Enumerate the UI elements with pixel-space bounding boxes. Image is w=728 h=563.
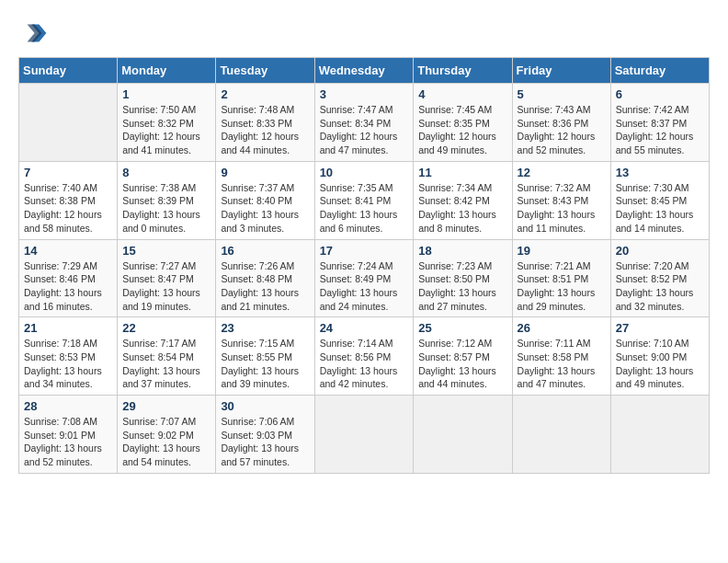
day-info: Sunrise: 7:24 AM Sunset: 8:49 PM Dayligh… xyxy=(320,259,409,314)
calendar-cell: 23Sunrise: 7:15 AM Sunset: 8:55 PM Dayli… xyxy=(216,317,314,396)
day-info: Sunrise: 7:37 AM Sunset: 8:40 PM Dayligh… xyxy=(221,181,309,236)
calendar-cell: 25Sunrise: 7:12 AM Sunset: 8:57 PM Dayli… xyxy=(414,317,512,396)
day-number: 2 xyxy=(221,87,309,101)
calendar-cell: 7Sunrise: 7:40 AM Sunset: 8:38 PM Daylig… xyxy=(19,161,118,239)
calendar-cell: 22Sunrise: 7:17 AM Sunset: 8:54 PM Dayli… xyxy=(118,317,216,396)
day-info: Sunrise: 7:17 AM Sunset: 8:54 PM Dayligh… xyxy=(122,337,210,391)
calendar-table: SundayMondayTuesdayWednesdayThursdayFrid… xyxy=(18,57,710,474)
calendar-cell: 2Sunrise: 7:48 AM Sunset: 8:33 PM Daylig… xyxy=(216,84,314,162)
day-info: Sunrise: 7:15 AM Sunset: 8:55 PM Dayligh… xyxy=(221,337,309,391)
calendar-cell: 27Sunrise: 7:10 AM Sunset: 9:00 PM Dayli… xyxy=(610,317,709,396)
day-info: Sunrise: 7:42 AM Sunset: 8:37 PM Dayligh… xyxy=(616,103,704,157)
day-info: Sunrise: 7:18 AM Sunset: 8:53 PM Dayligh… xyxy=(24,337,112,391)
calendar-cell: 14Sunrise: 7:29 AM Sunset: 8:46 PM Dayli… xyxy=(19,239,118,317)
day-info: Sunrise: 7:38 AM Sunset: 8:39 PM Dayligh… xyxy=(122,181,210,236)
calendar-cell: 29Sunrise: 7:07 AM Sunset: 9:02 PM Dayli… xyxy=(118,396,216,474)
day-info: Sunrise: 7:45 AM Sunset: 8:35 PM Dayligh… xyxy=(418,103,506,157)
day-number: 3 xyxy=(320,87,409,101)
calendar-cell xyxy=(512,396,610,474)
day-info: Sunrise: 7:14 AM Sunset: 8:56 PM Dayligh… xyxy=(320,337,409,391)
day-info: Sunrise: 7:50 AM Sunset: 8:32 PM Dayligh… xyxy=(122,103,210,157)
day-info: Sunrise: 7:26 AM Sunset: 8:48 PM Dayligh… xyxy=(221,259,309,314)
calendar-cell: 26Sunrise: 7:11 AM Sunset: 8:58 PM Dayli… xyxy=(512,317,610,396)
day-number: 27 xyxy=(616,321,704,335)
calendar-cell: 3Sunrise: 7:47 AM Sunset: 8:34 PM Daylig… xyxy=(314,84,414,162)
calendar-cell: 24Sunrise: 7:14 AM Sunset: 8:56 PM Dayli… xyxy=(314,317,414,396)
day-number: 4 xyxy=(418,87,506,101)
calendar-cell xyxy=(19,84,118,162)
calendar-cell: 13Sunrise: 7:30 AM Sunset: 8:45 PM Dayli… xyxy=(610,161,709,239)
calendar-cell: 16Sunrise: 7:26 AM Sunset: 8:48 PM Dayli… xyxy=(216,239,314,317)
day-number: 14 xyxy=(24,244,112,258)
logo xyxy=(18,18,51,48)
day-info: Sunrise: 7:34 AM Sunset: 8:42 PM Dayligh… xyxy=(418,181,506,236)
calendar-cell: 11Sunrise: 7:34 AM Sunset: 8:42 PM Dayli… xyxy=(414,161,512,239)
day-of-week-header: Friday xyxy=(512,58,610,84)
calendar-cell: 5Sunrise: 7:43 AM Sunset: 8:36 PM Daylig… xyxy=(512,84,610,162)
day-info: Sunrise: 7:32 AM Sunset: 8:43 PM Dayligh… xyxy=(518,181,606,236)
day-number: 21 xyxy=(24,321,112,335)
day-number: 10 xyxy=(320,166,409,179)
day-number: 19 xyxy=(518,244,606,258)
day-info: Sunrise: 7:29 AM Sunset: 8:46 PM Dayligh… xyxy=(24,259,112,314)
day-number: 7 xyxy=(24,166,112,179)
day-info: Sunrise: 7:47 AM Sunset: 8:34 PM Dayligh… xyxy=(320,103,409,157)
day-info: Sunrise: 7:08 AM Sunset: 9:01 PM Dayligh… xyxy=(24,415,112,469)
calendar-cell: 4Sunrise: 7:45 AM Sunset: 8:35 PM Daylig… xyxy=(414,84,512,162)
day-info: Sunrise: 7:10 AM Sunset: 9:00 PM Dayligh… xyxy=(616,337,704,391)
calendar-cell: 9Sunrise: 7:37 AM Sunset: 8:40 PM Daylig… xyxy=(216,161,314,239)
page-header xyxy=(18,18,710,48)
day-number: 25 xyxy=(418,321,506,335)
day-number: 15 xyxy=(122,244,210,258)
day-number: 22 xyxy=(122,321,210,335)
calendar-cell: 8Sunrise: 7:38 AM Sunset: 8:39 PM Daylig… xyxy=(118,161,216,239)
day-number: 24 xyxy=(320,321,409,335)
day-info: Sunrise: 7:48 AM Sunset: 8:33 PM Dayligh… xyxy=(221,103,309,157)
calendar-cell: 20Sunrise: 7:20 AM Sunset: 8:52 PM Dayli… xyxy=(610,239,709,317)
calendar-cell: 30Sunrise: 7:06 AM Sunset: 9:03 PM Dayli… xyxy=(216,396,314,474)
day-info: Sunrise: 7:20 AM Sunset: 8:52 PM Dayligh… xyxy=(616,259,704,314)
calendar-cell: 17Sunrise: 7:24 AM Sunset: 8:49 PM Dayli… xyxy=(314,239,414,317)
day-info: Sunrise: 7:23 AM Sunset: 8:50 PM Dayligh… xyxy=(418,259,506,314)
day-number: 1 xyxy=(122,87,210,101)
day-number: 12 xyxy=(518,166,606,179)
day-info: Sunrise: 7:11 AM Sunset: 8:58 PM Dayligh… xyxy=(518,337,606,391)
day-number: 8 xyxy=(122,166,210,179)
day-info: Sunrise: 7:21 AM Sunset: 8:51 PM Dayligh… xyxy=(518,259,606,314)
day-info: Sunrise: 7:40 AM Sunset: 8:38 PM Dayligh… xyxy=(24,181,112,236)
day-number: 6 xyxy=(616,87,704,101)
day-number: 17 xyxy=(320,244,409,258)
day-number: 9 xyxy=(221,166,309,179)
day-info: Sunrise: 7:12 AM Sunset: 8:57 PM Dayligh… xyxy=(418,337,506,391)
calendar-cell: 19Sunrise: 7:21 AM Sunset: 8:51 PM Dayli… xyxy=(512,239,610,317)
day-info: Sunrise: 7:35 AM Sunset: 8:41 PM Dayligh… xyxy=(320,181,409,236)
day-number: 29 xyxy=(122,399,210,413)
day-info: Sunrise: 7:27 AM Sunset: 8:47 PM Dayligh… xyxy=(122,259,210,314)
calendar-cell: 15Sunrise: 7:27 AM Sunset: 8:47 PM Dayli… xyxy=(118,239,216,317)
calendar-cell: 10Sunrise: 7:35 AM Sunset: 8:41 PM Dayli… xyxy=(314,161,414,239)
day-number: 20 xyxy=(616,244,704,258)
calendar-cell: 28Sunrise: 7:08 AM Sunset: 9:01 PM Dayli… xyxy=(19,396,118,474)
day-number: 5 xyxy=(518,87,606,101)
logo-icon xyxy=(18,18,48,48)
day-info: Sunrise: 7:30 AM Sunset: 8:45 PM Dayligh… xyxy=(616,181,704,236)
day-number: 28 xyxy=(24,399,112,413)
day-of-week-header: Sunday xyxy=(19,58,118,84)
day-number: 23 xyxy=(221,321,309,335)
calendar-cell xyxy=(314,396,414,474)
day-of-week-header: Thursday xyxy=(414,58,512,84)
day-info: Sunrise: 7:07 AM Sunset: 9:02 PM Dayligh… xyxy=(122,415,210,469)
day-number: 30 xyxy=(221,399,309,413)
calendar-cell: 21Sunrise: 7:18 AM Sunset: 8:53 PM Dayli… xyxy=(19,317,118,396)
day-of-week-header: Monday xyxy=(118,58,216,84)
calendar-cell: 18Sunrise: 7:23 AM Sunset: 8:50 PM Dayli… xyxy=(414,239,512,317)
day-number: 13 xyxy=(616,166,704,179)
day-info: Sunrise: 7:06 AM Sunset: 9:03 PM Dayligh… xyxy=(221,415,309,469)
calendar-cell xyxy=(414,396,512,474)
calendar-cell: 12Sunrise: 7:32 AM Sunset: 8:43 PM Dayli… xyxy=(512,161,610,239)
day-of-week-header: Wednesday xyxy=(314,58,414,84)
calendar-cell: 1Sunrise: 7:50 AM Sunset: 8:32 PM Daylig… xyxy=(118,84,216,162)
calendar-cell xyxy=(610,396,709,474)
day-number: 18 xyxy=(418,244,506,258)
day-info: Sunrise: 7:43 AM Sunset: 8:36 PM Dayligh… xyxy=(518,103,606,157)
